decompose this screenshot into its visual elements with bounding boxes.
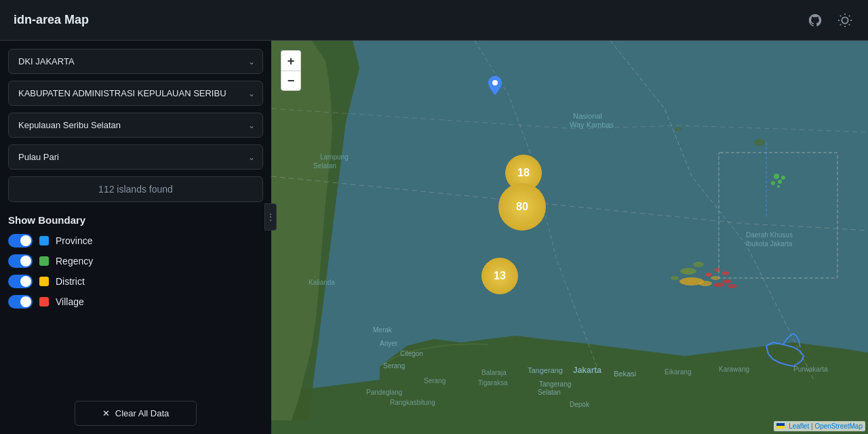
regency-label: Regency — [56, 256, 93, 267]
leaflet-link[interactable]: Leaflet — [789, 422, 809, 430]
map-svg: Nasional Way Kambas Lampung Selatan Kali… — [271, 41, 868, 434]
svg-point-10 — [774, 174, 779, 179]
svg-text:Selatan: Selatan — [313, 162, 336, 170]
islands-found-label: 112 islands found — [8, 176, 263, 202]
svg-point-11 — [778, 180, 782, 184]
svg-point-16 — [698, 281, 712, 286]
svg-text:Serang: Serang — [383, 362, 405, 370]
svg-text:Tangerang: Tangerang — [539, 380, 571, 388]
svg-text:Depok: Depok — [570, 401, 590, 408]
svg-text:Daerah Khusus: Daerah Khusus — [746, 231, 793, 239]
svg-text:Serang: Serang — [424, 377, 446, 384]
regency-select-wrapper: KABUPATEN ADMINISTRASI KEPULAUAN SERIBU … — [8, 81, 263, 106]
location-pin — [488, 76, 502, 95]
svg-text:Way Kambas: Way Kambas — [570, 121, 614, 129]
svg-point-5 — [693, 262, 704, 267]
svg-text:Ibukota Jakarta: Ibukota Jakarta — [746, 240, 793, 248]
map-zoom-controls: + − — [281, 50, 301, 91]
sidebar: DKI JAKARTA ⌄ KABUPATEN ADMINISTRASI KEP… — [0, 41, 271, 434]
cluster-13[interactable]: 13 — [481, 258, 518, 294]
map-container[interactable]: Nasional Way Kambas Lampung Selatan Kali… — [271, 41, 868, 434]
osm-link[interactable]: OpenStreetMap — [814, 422, 863, 430]
svg-point-3 — [675, 127, 682, 131]
cluster-80-label: 80 — [516, 201, 528, 213]
regency-toggle[interactable] — [8, 254, 33, 268]
svg-point-18 — [713, 283, 724, 287]
svg-point-12 — [771, 181, 775, 185]
district-label: District — [56, 276, 85, 287]
svg-text:Cilegon: Cilegon — [400, 350, 423, 357]
svg-text:Pandeglang: Pandeglang — [366, 389, 402, 396]
svg-point-13 — [781, 176, 785, 180]
map-attribution: Leaflet | OpenStreetMap — [774, 421, 865, 431]
district-select[interactable]: Kepulauan Seribu Selatan — [8, 113, 263, 138]
boundary-province-item: Province — [8, 234, 263, 248]
svg-text:Purwakarta: Purwakarta — [793, 366, 828, 373]
village-toggle[interactable] — [8, 295, 33, 309]
regency-color-dot — [39, 256, 49, 266]
district-toggle[interactable] — [8, 275, 33, 288]
zoom-in-button[interactable]: + — [281, 50, 301, 71]
village-label: Village — [56, 296, 84, 307]
cluster-13-label: 13 — [494, 270, 506, 282]
svg-point-20 — [728, 284, 737, 288]
svg-text:Nasional: Nasional — [573, 112, 602, 120]
svg-point-2 — [754, 139, 765, 146]
cluster-18-label: 18 — [517, 167, 530, 179]
svg-point-4 — [680, 268, 696, 275]
village-color-dot — [39, 297, 49, 307]
svg-text:Tigaraksa: Tigaraksa — [478, 379, 508, 387]
github-icon[interactable] — [806, 11, 825, 30]
app-title: idn-area Map — [14, 13, 89, 27]
header-icons — [806, 11, 854, 30]
svg-text:Eikarang: Eikarang — [665, 368, 691, 376]
svg-text:Karawang: Karawang — [719, 366, 749, 373]
show-boundary-section: Show Boundary Province Regency District … — [8, 209, 263, 318]
boundary-village-item: Village — [8, 295, 263, 309]
app-header: idn-area Map — [0, 0, 868, 41]
province-select-wrapper: DKI JAKARTA ⌄ — [8, 49, 263, 74]
svg-point-6 — [671, 276, 679, 280]
clear-icon: ✕ — [102, 408, 110, 418]
svg-text:Bekasi: Bekasi — [614, 370, 636, 378]
main-content: DKI JAKARTA ⌄ KABUPATEN ADMINISTRASI KEP… — [0, 41, 868, 434]
svg-text:Rangkasbitung: Rangkasbitung — [390, 399, 435, 406]
svg-point-19 — [723, 279, 731, 283]
svg-text:Jakarta: Jakarta — [573, 366, 601, 375]
theme-toggle-icon[interactable] — [835, 11, 854, 30]
province-label: Province — [56, 235, 92, 246]
svg-text:Selatan: Selatan — [538, 389, 561, 396]
cluster-80[interactable]: 80 — [498, 183, 546, 231]
village-select[interactable]: Pulau Pari — [8, 144, 263, 170]
svg-point-48 — [492, 80, 498, 85]
zoom-out-button[interactable]: − — [281, 71, 301, 91]
boundary-district-item: District — [8, 275, 263, 288]
svg-point-7 — [705, 273, 712, 277]
province-color-dot — [39, 236, 49, 245]
svg-text:Lampung: Lampung — [320, 153, 349, 161]
svg-point-8 — [715, 268, 720, 272]
svg-text:Anyer: Anyer — [380, 340, 398, 347]
leaflet-flag — [776, 423, 785, 429]
district-select-wrapper: Kepulauan Seribu Selatan ⌄ — [8, 113, 263, 138]
show-boundary-title: Show Boundary — [8, 214, 263, 226]
svg-point-0 — [842, 17, 848, 23]
sidebar-collapse-button[interactable]: ⋮ — [264, 203, 277, 231]
svg-text:Balaraja: Balaraja — [481, 369, 507, 376]
clear-all-data-button[interactable]: ✕ Clear All Data — [75, 401, 197, 426]
district-color-dot — [39, 277, 49, 286]
svg-text:Merak: Merak — [373, 326, 393, 334]
svg-text:Kalianda: Kalianda — [309, 279, 335, 286]
svg-point-9 — [722, 271, 730, 275]
province-toggle[interactable] — [8, 234, 33, 248]
svg-point-14 — [777, 185, 780, 188]
province-select[interactable]: DKI JAKARTA — [8, 49, 263, 74]
collapse-chevron-icon: ⋮ — [267, 212, 275, 222]
clear-label: Clear All Data — [115, 408, 169, 418]
regency-select[interactable]: KABUPATEN ADMINISTRASI KEPULAUAN SERIBU — [8, 81, 263, 106]
svg-text:Tangerang: Tangerang — [528, 366, 563, 374]
boundary-regency-item: Regency — [8, 254, 263, 268]
village-select-wrapper: Pulau Pari ⌄ — [8, 144, 263, 170]
